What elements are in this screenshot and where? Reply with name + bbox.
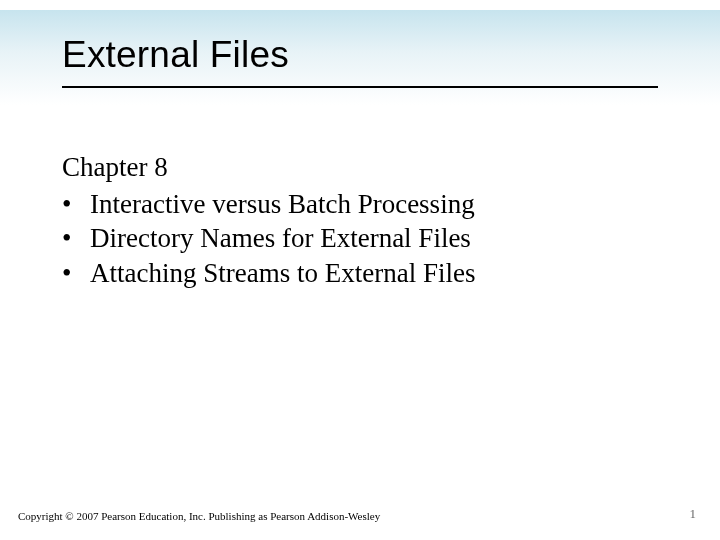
bullet-icon: •: [62, 221, 90, 256]
bullet-icon: •: [62, 187, 90, 222]
bullet-icon: •: [62, 256, 90, 291]
title-underline: [62, 86, 658, 88]
page-number: 1: [690, 506, 697, 522]
list-item: • Attaching Streams to External Files: [62, 256, 662, 291]
bullet-text: Attaching Streams to External Files: [90, 256, 475, 291]
slide-title: External Files: [62, 34, 289, 76]
bullet-text: Directory Names for External Files: [90, 221, 471, 256]
list-item: • Directory Names for External Files: [62, 221, 662, 256]
bullet-text: Interactive versus Batch Processing: [90, 187, 475, 222]
list-item: • Interactive versus Batch Processing: [62, 187, 662, 222]
chapter-label: Chapter 8: [62, 150, 662, 185]
copyright-footer: Copyright © 2007 Pearson Education, Inc.…: [18, 510, 380, 522]
content-block: Chapter 8 • Interactive versus Batch Pro…: [62, 150, 662, 290]
